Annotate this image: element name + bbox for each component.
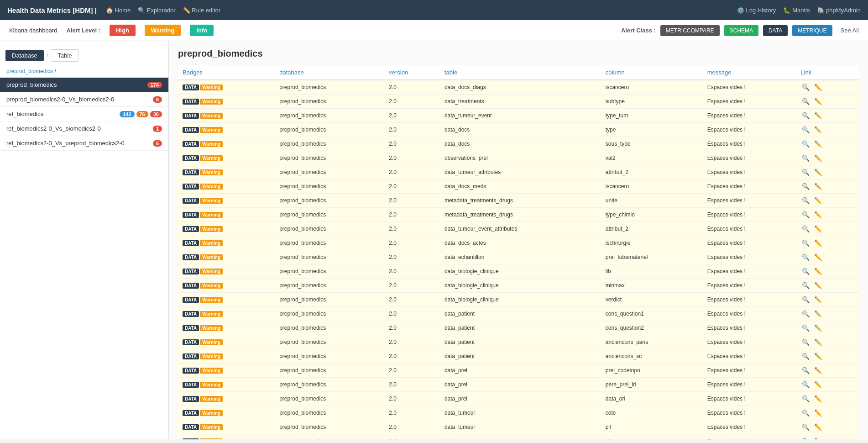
edit-icon[interactable]: ✏️ xyxy=(813,380,823,389)
cell-badges: DATAWarning xyxy=(178,420,275,434)
badge-warning: Warning xyxy=(200,169,223,175)
alert-warning-button[interactable]: Warning xyxy=(145,25,181,36)
edit-icon[interactable]: ✏️ xyxy=(813,196,823,205)
table-header-row: Badges database version table column mes… xyxy=(178,65,859,80)
tab-database[interactable]: Database xyxy=(5,50,44,61)
edit-icon[interactable]: ✏️ xyxy=(813,182,823,190)
cell-version: 2.0 xyxy=(384,321,440,335)
sidebar-item-ref-biomedics[interactable]: ref_biomedics 142 76 30 xyxy=(0,107,168,121)
edit-icon[interactable]: ✏️ xyxy=(813,126,823,134)
cell-badges: DATAWarning xyxy=(178,335,275,349)
cell-table: data_biologie_clinique xyxy=(440,279,601,293)
edit-icon[interactable]: ✏️ xyxy=(813,97,823,105)
cell-version: 2.0 xyxy=(384,151,440,165)
search-icon[interactable]: 🔍 xyxy=(800,168,811,176)
alert-high-button[interactable]: High xyxy=(110,25,136,36)
search-icon[interactable]: 🔍 xyxy=(800,225,811,233)
edit-icon[interactable]: ✏️ xyxy=(813,140,823,148)
edit-icon[interactable]: ✏️ xyxy=(813,295,823,304)
search-icon[interactable]: 🔍 xyxy=(800,437,811,439)
sidebar-item-preprod-biomedics[interactable]: preprod_biomedics 174 xyxy=(0,78,168,92)
search-icon[interactable]: 🔍 xyxy=(800,352,811,360)
edit-icon[interactable]: ✏️ xyxy=(813,267,823,275)
cell-database: preprod_biomedics xyxy=(275,434,384,440)
search-icon[interactable]: 🔍 xyxy=(800,126,811,134)
edit-icon[interactable]: ✏️ xyxy=(813,168,823,176)
nav-rule-editor[interactable]: ✏️ Rule editor xyxy=(183,7,220,14)
search-icon[interactable]: 🔍 xyxy=(800,310,811,318)
search-icon[interactable]: 🔍 xyxy=(800,395,811,403)
badge-warning: Warning xyxy=(200,311,223,317)
badge-data: DATA xyxy=(183,254,199,260)
sidebar-tabs: Database / Table xyxy=(0,46,168,65)
alert-level-label: Alert Level : xyxy=(67,27,100,34)
edit-icon[interactable]: ✏️ xyxy=(813,409,823,417)
edit-icon[interactable]: ✏️ xyxy=(813,437,823,439)
search-icon[interactable]: 🔍 xyxy=(800,267,811,275)
class-metriccompare-button[interactable]: METRICCOMPARE xyxy=(660,25,720,36)
cell-version: 2.0 xyxy=(384,109,440,123)
edit-icon[interactable]: ✏️ xyxy=(813,83,823,91)
cell-version: 2.0 xyxy=(384,293,440,307)
search-icon[interactable]: 🔍 xyxy=(800,295,811,304)
search-icon[interactable]: 🔍 xyxy=(800,338,811,346)
cell-database: preprod_biomedics xyxy=(275,321,384,335)
edit-icon[interactable]: ✏️ xyxy=(813,310,823,318)
search-icon[interactable]: 🔍 xyxy=(800,154,811,162)
search-icon[interactable]: 🔍 xyxy=(800,83,811,91)
edit-icon[interactable]: ✏️ xyxy=(813,395,823,403)
tab-table[interactable]: Table xyxy=(51,49,78,62)
nav-home[interactable]: 🏠 Home xyxy=(106,7,131,14)
sidebar-item-ref-vs-biomedics[interactable]: ref_biomedics2-0_Vs_biomedics2-0 1 xyxy=(0,121,168,136)
nav-mantis[interactable]: 🐛 Mantis xyxy=(783,7,810,14)
edit-icon[interactable]: ✏️ xyxy=(813,239,823,247)
edit-icon[interactable]: ✏️ xyxy=(813,281,823,290)
class-schema-button[interactable]: SCHEMA xyxy=(724,25,758,36)
badge-warning: Warning xyxy=(200,410,223,416)
kibana-label: Kibana dashboard xyxy=(9,27,58,34)
badge-data: DATA xyxy=(183,155,199,161)
sidebar-item-preprod-vs-biomedics[interactable]: preprod_biomedics2-0_Vs_biomedics2-0 6 xyxy=(0,92,168,107)
edit-icon[interactable]: ✏️ xyxy=(813,154,823,162)
edit-icon[interactable]: ✏️ xyxy=(813,352,823,360)
table-row: DATAWarningpreprod_biomedics2.0metadata_… xyxy=(178,194,859,208)
badge-data: DATA xyxy=(183,184,199,190)
search-icon[interactable]: 🔍 xyxy=(800,423,811,431)
edit-icon[interactable]: ✏️ xyxy=(813,324,823,332)
search-icon[interactable]: 🔍 xyxy=(800,409,811,417)
nav-log-history[interactable]: ⚙️ Log History xyxy=(737,7,776,14)
table-row: DATAWarningpreprod_biomedics2.0data_tume… xyxy=(178,420,859,434)
edit-icon[interactable]: ✏️ xyxy=(813,111,823,120)
class-metrique-button[interactable]: METRIQUE xyxy=(792,25,832,36)
search-icon[interactable]: 🔍 xyxy=(800,253,811,261)
search-icon[interactable]: 🔍 xyxy=(800,324,811,332)
breadcrumb-link[interactable]: preprod_biomedics xyxy=(6,68,53,74)
alert-info-button[interactable]: Info xyxy=(190,25,214,36)
edit-icon[interactable]: ✏️ xyxy=(813,211,823,219)
cell-table: data_biologie_clinique xyxy=(440,293,601,307)
edit-icon[interactable]: ✏️ xyxy=(813,366,823,374)
search-icon[interactable]: 🔍 xyxy=(800,211,811,219)
badge-warning: Warning xyxy=(200,198,223,204)
edit-icon[interactable]: ✏️ xyxy=(813,225,823,233)
edit-icon[interactable]: ✏️ xyxy=(813,253,823,261)
search-icon[interactable]: 🔍 xyxy=(800,366,811,374)
search-icon[interactable]: 🔍 xyxy=(800,97,811,105)
search-icon[interactable]: 🔍 xyxy=(800,239,811,247)
search-icon[interactable]: 🔍 xyxy=(800,182,811,190)
edit-icon[interactable]: ✏️ xyxy=(813,423,823,431)
search-icon[interactable]: 🔍 xyxy=(800,140,811,148)
search-icon[interactable]: 🔍 xyxy=(800,196,811,205)
search-icon[interactable]: 🔍 xyxy=(800,281,811,290)
nav-phpmyadmin[interactable]: 🐘 phpMyAdmin xyxy=(817,7,861,14)
search-icon[interactable]: 🔍 xyxy=(800,111,811,120)
nav-explorador[interactable]: 🔍 Explorador xyxy=(138,7,175,14)
see-all-link[interactable]: See All xyxy=(841,27,859,34)
sidebar-item-ref-vs-preprod[interactable]: ref_biomedics2-0_Vs_preprod_biomedics2-0… xyxy=(0,136,168,151)
alert-bar: Kibana dashboard Alert Level : High Warn… xyxy=(0,20,868,41)
edit-icon[interactable]: ✏️ xyxy=(813,338,823,346)
badge-data: DATA xyxy=(183,353,199,359)
class-data-button[interactable]: DATA xyxy=(763,25,788,36)
search-icon[interactable]: 🔍 xyxy=(800,380,811,389)
cell-table: data_tumeur_event xyxy=(440,109,601,123)
